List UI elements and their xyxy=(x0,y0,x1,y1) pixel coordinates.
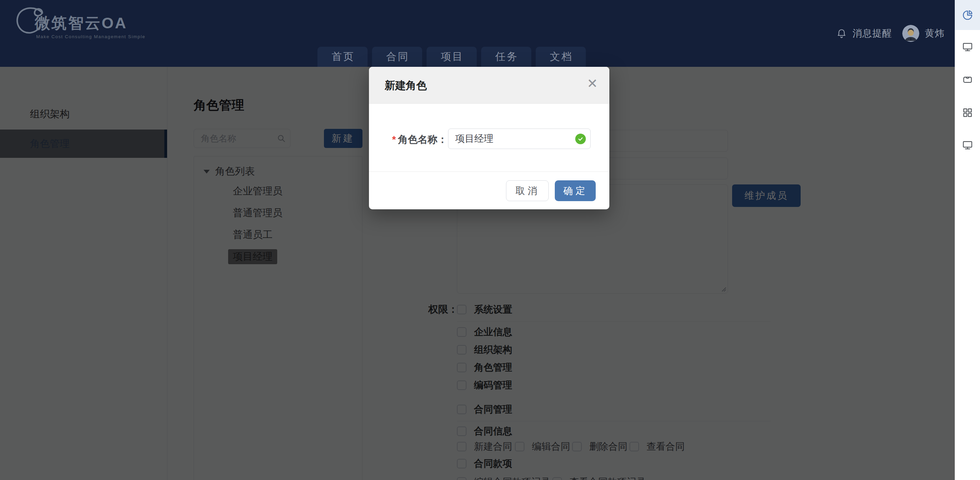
monitor-icon[interactable] xyxy=(955,32,980,62)
app: 微筑智云OA Make Cost Consulting Management S… xyxy=(0,0,980,480)
role-name-input[interactable] xyxy=(449,129,590,149)
notifications-label[interactable]: 消息提醒 xyxy=(853,27,892,40)
grid-icon[interactable] xyxy=(955,97,980,127)
tab-首页[interactable]: 首页 xyxy=(317,47,368,67)
tab-项目[interactable]: 项目 xyxy=(426,47,477,67)
tab-任务[interactable]: 任务 xyxy=(481,47,531,67)
confirm-button[interactable]: 确定 xyxy=(555,180,596,201)
required-mark: * xyxy=(392,134,396,145)
notification-bell-icon[interactable] xyxy=(836,28,847,39)
new-role-dialog: 新建角色 ✕ *角色名称： 取消 确定 xyxy=(369,67,609,209)
app-logo: 微筑智云OA Make Cost Consulting Management S… xyxy=(12,3,128,47)
pie-chart-icon[interactable] xyxy=(955,0,980,30)
app-header: 微筑智云OA Make Cost Consulting Management S… xyxy=(0,0,955,67)
main-nav: 首页合同项目任务文档 xyxy=(317,47,586,67)
cancel-button[interactable]: 取消 xyxy=(506,180,549,201)
username[interactable]: 黄炜 xyxy=(925,27,945,40)
tab-合同[interactable]: 合同 xyxy=(372,47,422,67)
logo-tagline: Make Cost Consulting Management Simple xyxy=(36,34,145,39)
valid-check-icon xyxy=(575,134,586,144)
dialog-header: 新建角色 ✕ xyxy=(369,67,609,103)
inbox-icon[interactable] xyxy=(955,64,980,94)
header-user-area: 消息提醒 黄炜 xyxy=(836,0,945,67)
tab-文档[interactable]: 文档 xyxy=(536,47,586,67)
close-icon[interactable]: ✕ xyxy=(587,77,598,90)
role-name-input-wrap xyxy=(448,129,590,149)
logo-title: 微筑智云OA xyxy=(35,13,127,33)
dialog-footer: 取消 确定 xyxy=(369,172,609,209)
role-name-label: *角色名称： xyxy=(390,133,447,146)
browser-sidebar xyxy=(955,0,980,480)
dialog-title: 新建角色 xyxy=(385,78,427,93)
monitor-icon[interactable] xyxy=(955,130,980,160)
user-avatar[interactable] xyxy=(902,25,919,42)
